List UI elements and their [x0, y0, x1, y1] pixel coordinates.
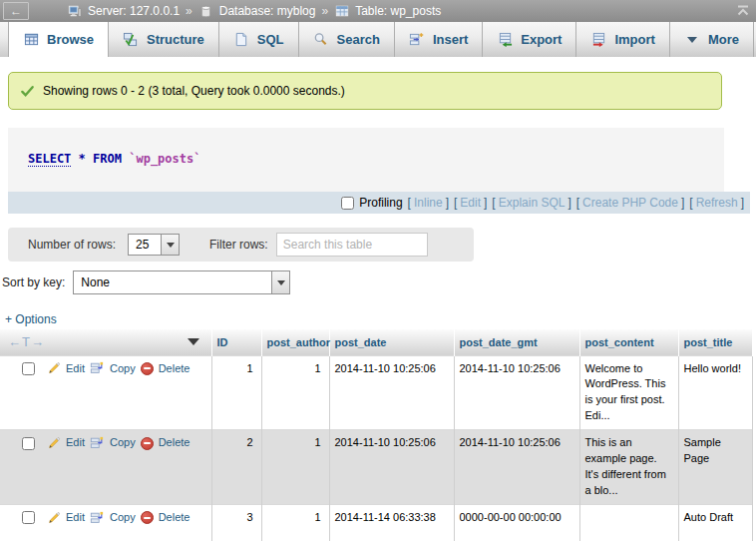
tab-more[interactable]: More: [670, 22, 754, 57]
back-button[interactable]: ←: [3, 2, 29, 20]
tab-label: Insert: [433, 32, 468, 47]
tab-insert[interactable]: Insert: [395, 22, 483, 57]
copy-icon: [90, 361, 105, 376]
rows-control-bar: Number of rows: 25 Filter rows:: [8, 228, 474, 262]
copy-icon: [90, 510, 105, 525]
tab-structure[interactable]: Structure: [109, 22, 219, 57]
breadcrumb-bar: ← Server: 127.0.0.1 » Database: myblog »…: [0, 0, 756, 22]
column-header-id[interactable]: ID: [211, 329, 261, 355]
sort-options-icon[interactable]: [188, 338, 199, 345]
number-of-rows-select[interactable]: 25: [128, 234, 180, 256]
cell-id: 3: [211, 505, 261, 541]
sql-query-box: SELECT * FROM `wp_posts`: [8, 128, 724, 192]
success-message-text: Showing rows 0 - 2 (3 total, Query took …: [43, 84, 345, 98]
sql-keyword: FROM: [93, 152, 122, 166]
cell-post-author: 1: [261, 355, 329, 430]
tab-browse[interactable]: Browse: [8, 22, 109, 57]
bracket: ]: [484, 196, 487, 210]
delete-link[interactable]: Delete: [159, 510, 190, 526]
import-icon: [590, 32, 606, 48]
copy-link[interactable]: Copy: [110, 361, 136, 377]
create-php-code-link[interactable]: Create PHP Code: [582, 196, 678, 210]
edit-link[interactable]: Edit: [66, 435, 85, 451]
cell-post-title: Sample Page: [678, 430, 752, 505]
delete-icon: [141, 511, 154, 524]
edit-link[interactable]: Edit: [66, 361, 85, 377]
explain-sql-link[interactable]: Explain SQL: [499, 196, 566, 210]
sort-by-key-select[interactable]: None: [73, 270, 290, 294]
tab-import[interactable]: Import: [576, 22, 669, 57]
sort-by-key-label: Sort by key:: [2, 275, 65, 289]
breadcrumb-separator: »: [321, 4, 328, 18]
insert-icon: [409, 32, 425, 48]
column-header-post-content[interactable]: post_content: [579, 329, 678, 355]
dropdown-arrow-icon: [271, 271, 289, 293]
cell-post-date: 2014-11-10 10:25:06: [329, 355, 454, 430]
filter-rows-label: Filter rows:: [209, 238, 268, 252]
edit-pencil-icon: [46, 361, 61, 376]
profiling-link-edit: [Edit]: [454, 196, 487, 210]
back-arrow-icon: ←: [10, 4, 22, 18]
column-header-post-date-gmt[interactable]: post_date_gmt: [454, 329, 579, 355]
delete-link[interactable]: Delete: [159, 361, 190, 377]
profiling-link-php: [Create PHP Code]: [576, 196, 685, 210]
inline-link[interactable]: Inline: [414, 196, 443, 210]
row-checkbox[interactable]: [22, 437, 35, 450]
sql-star: *: [79, 152, 86, 166]
tab-search[interactable]: Search: [299, 22, 395, 57]
filter-rows-input[interactable]: [276, 233, 428, 257]
profiling-checkbox[interactable]: [341, 197, 354, 210]
table-header-row: ←T→ ID post_author post_date post_date_g…: [0, 329, 752, 355]
bracket: ]: [681, 196, 684, 210]
cell-post-content: [579, 505, 678, 541]
edit-query-link[interactable]: Edit: [460, 196, 481, 210]
delete-icon: [141, 362, 154, 375]
sort-by-key-value: None: [74, 271, 271, 293]
tab-export[interactable]: Export: [483, 22, 576, 57]
cell-post-date-gmt: 2014-11-10 10:25:06: [454, 430, 579, 505]
row-checkbox[interactable]: [22, 362, 35, 375]
copy-link[interactable]: Copy: [110, 435, 136, 451]
profiling-link-inline: [Inline]: [408, 196, 449, 210]
profiling-link-explain: [Explain SQL]: [492, 196, 570, 210]
tab-label: Search: [337, 32, 380, 47]
breadcrumb-table[interactable]: Table: wp_posts: [334, 3, 441, 19]
tab-bar: Browse Structure SQL Search Insert Expor…: [0, 22, 756, 57]
tab-label: Structure: [147, 32, 204, 47]
tab-label: Export: [521, 32, 562, 47]
column-header-post-author[interactable]: post_author: [261, 329, 329, 355]
refresh-link[interactable]: Refresh: [696, 196, 738, 210]
collapse-icon[interactable]: [735, 3, 751, 19]
profiling-link-refresh: [Refresh]: [689, 196, 744, 210]
cell-post-title: Auto Draft: [678, 505, 752, 541]
tab-label: More: [708, 32, 739, 47]
copy-link[interactable]: Copy: [110, 510, 136, 526]
sql-query-text: SELECT * FROM `wp_posts`: [28, 152, 200, 166]
bracket: [: [408, 196, 411, 210]
cell-post-date-gmt: 2014-11-10 10:25:06: [454, 355, 579, 430]
options-toggle[interactable]: + Options: [5, 312, 57, 326]
cell-post-date: 2014-11-10 10:25:06: [329, 430, 454, 505]
tab-sql[interactable]: SQL: [219, 22, 299, 57]
column-header-post-date[interactable]: post_date: [329, 329, 454, 355]
copy-icon: [90, 436, 105, 451]
bracket: [: [576, 196, 579, 210]
database-icon: [198, 3, 214, 19]
breadcrumb-server[interactable]: Server: 127.0.0.1: [67, 3, 180, 19]
number-of-rows-label: Number of rows:: [28, 238, 116, 252]
cell-post-date: 2014-11-14 06:33:38: [329, 505, 454, 541]
breadcrumb-database-label: Database: myblog: [219, 4, 316, 18]
transpose-icon[interactable]: ←T→: [8, 334, 45, 349]
breadcrumb: Server: 127.0.0.1 » Database: myblog » T…: [67, 3, 441, 19]
delete-icon: [141, 437, 154, 450]
tab-label: SQL: [257, 32, 284, 47]
tab-label: Browse: [47, 32, 94, 47]
row-checkbox[interactable]: [22, 511, 35, 524]
edit-link[interactable]: Edit: [66, 510, 85, 526]
table-row: Edit Copy Delete 1 1 2014-11-10 10:25:06…: [0, 355, 752, 430]
delete-link[interactable]: Delete: [159, 435, 190, 451]
server-icon: [67, 3, 83, 19]
column-header-post-title[interactable]: post_title: [678, 329, 752, 355]
breadcrumb-database[interactable]: Database: myblog: [198, 3, 316, 19]
sort-row: Sort by key: None: [2, 270, 290, 294]
